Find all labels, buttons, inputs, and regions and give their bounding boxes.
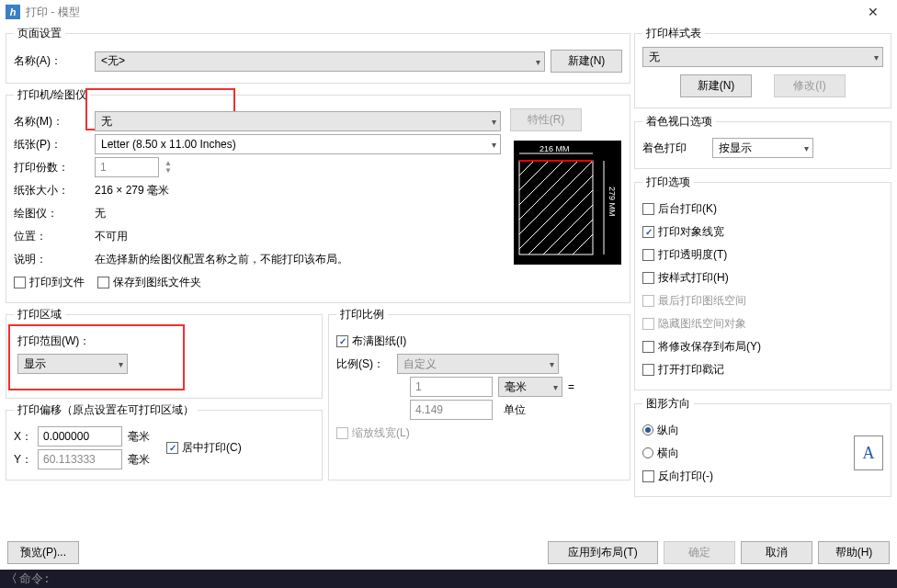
shaded-viewport-legend: 着色视口选项 xyxy=(642,114,716,130)
copies-label: 打印份数： xyxy=(14,160,89,175)
landscape-radio[interactable]: 横向 xyxy=(642,446,679,461)
equals-label: = xyxy=(568,380,574,393)
reverse-checkbox[interactable]: 反向打印(-) xyxy=(642,469,713,484)
desc-value: 在选择新的绘图仪配置名称之前，不能打印该布局。 xyxy=(95,252,501,267)
print-options-group: 打印选项 后台打印(K)打印对象线宽打印透明度(T)按样式打印(H)最后打印图纸… xyxy=(634,175,891,390)
reverse-label: 反向打印(-) xyxy=(658,469,713,484)
x-unit: 毫米 xyxy=(128,429,150,445)
print-option-checkbox[interactable]: 按样式打印(H) xyxy=(642,270,729,286)
command-prompt: 命令: xyxy=(19,571,51,587)
page-name-select[interactable]: <无> ▾ xyxy=(95,51,545,72)
title-bar: h 打印 - 模型 ✕ xyxy=(0,0,897,24)
page-new-button[interactable]: 新建(N) xyxy=(551,50,622,73)
page-name-label: 名称(A)： xyxy=(14,53,89,69)
help-button[interactable]: 帮助(H) xyxy=(818,541,890,564)
shade-plot-label: 着色打印 xyxy=(642,141,707,156)
checkbox-icon xyxy=(642,470,654,482)
style-modify-button[interactable]: 修改(I) xyxy=(774,74,846,97)
fit-paper-checkbox[interactable]: 布满图纸(I) xyxy=(336,334,406,349)
print-option-label: 后台打印(K) xyxy=(658,201,717,217)
y-input[interactable] xyxy=(38,449,122,469)
paper-select[interactable]: Letter (8.50 x 11.00 Inches) ▾ xyxy=(95,134,501,154)
svg-rect-0 xyxy=(519,161,593,254)
checkbox-icon xyxy=(642,203,654,215)
print-range-value: 显示 xyxy=(24,356,46,372)
print-range-select[interactable]: 显示 ▾ xyxy=(17,354,128,374)
print-option-checkbox[interactable]: 打印透明度(T) xyxy=(642,247,727,263)
shaded-viewport-group: 着色视口选项 着色打印 按显示 ▾ xyxy=(634,114,891,169)
radio-icon xyxy=(642,447,653,458)
print-option-label: 最后打印图纸空间 xyxy=(658,293,746,309)
spinner-icon[interactable]: ▲▼ xyxy=(165,160,172,175)
print-option-label: 将修改保存到布局(Y) xyxy=(658,339,761,355)
center-plot-label: 居中打印(C) xyxy=(182,440,242,456)
properties-button[interactable]: 特性(R) xyxy=(510,108,582,131)
chevron-down-icon: ▾ xyxy=(492,117,496,127)
chevron-down-icon: ▾ xyxy=(536,56,540,66)
print-option-checkbox[interactable]: 打印对象线宽 xyxy=(642,224,724,240)
orientation-group: 图形方向 纵向 横向 反向打印(-) A xyxy=(634,396,891,497)
center-plot-checkbox[interactable]: 居中打印(C) xyxy=(166,440,242,456)
preview-button[interactable]: 预览(P)... xyxy=(7,541,79,564)
print-offset-legend: 打印偏移（原点设置在可打印区域） xyxy=(14,402,198,418)
paper-label: 纸张(P)： xyxy=(14,137,89,153)
print-option-label: 打印透明度(T) xyxy=(658,247,727,263)
print-option-checkbox[interactable]: 将修改保存到布局(Y) xyxy=(642,339,761,355)
cancel-button[interactable]: 取消 xyxy=(741,541,812,564)
chevron-down-icon: ▾ xyxy=(119,359,123,369)
scale-select[interactable]: 自定义 ▾ xyxy=(397,354,559,374)
checkbox-icon xyxy=(336,335,348,347)
where-value: 不可用 xyxy=(95,229,128,244)
page-setup-group: 页面设置 名称(A)： <无> ▾ 新建(N) xyxy=(6,26,630,84)
scale-lineweight-checkbox[interactable]: 缩放线宽(L) xyxy=(336,425,410,441)
close-icon[interactable]: ✕ xyxy=(855,5,891,19)
fit-paper-label: 布满图纸(I) xyxy=(352,334,406,349)
plotter-name-select[interactable]: 无 ▾ xyxy=(95,111,501,131)
scale-den-input[interactable] xyxy=(410,400,493,420)
apply-to-layout-button[interactable]: 应用到布局(T) xyxy=(548,541,658,564)
plotter-dev-value: 无 xyxy=(95,206,106,221)
style-new-button[interactable]: 新建(N) xyxy=(680,74,752,97)
scale-value: 自定义 xyxy=(403,356,437,372)
chevron-down-icon: ▾ xyxy=(492,140,496,150)
paper-size-label: 纸张大小： xyxy=(14,183,89,198)
checkbox-icon xyxy=(642,226,654,238)
print-offset-group: 打印偏移（原点设置在可打印区域） X： 毫米 Y： xyxy=(6,402,323,481)
chevron-down-icon: ▾ xyxy=(553,382,558,392)
save-to-drawing-checkbox[interactable]: 保存到图纸文件夹 xyxy=(97,275,201,290)
print-option-checkbox[interactable]: 打开打印戳记 xyxy=(642,362,724,378)
paper-value: Letter (8.50 x 11.00 Inches) xyxy=(101,138,236,151)
copies-input[interactable] xyxy=(95,157,159,177)
ok-button[interactable]: 确定 xyxy=(664,541,735,564)
checkbox-icon xyxy=(642,364,654,376)
chevron-left-icon: 〈 xyxy=(6,571,17,587)
plot-to-file-checkbox[interactable]: 打印到文件 xyxy=(14,275,85,290)
shade-plot-select[interactable]: 按显示 ▾ xyxy=(712,138,813,158)
command-line[interactable]: 〈 命令: xyxy=(0,570,897,588)
scale-unit-select[interactable]: 毫米 ▾ xyxy=(498,377,562,397)
paper-preview: 216 MM 279 MM xyxy=(514,141,621,265)
print-options-legend: 打印选项 xyxy=(642,175,694,190)
chevron-down-icon: ▾ xyxy=(550,359,554,369)
orientation-icon: A xyxy=(854,435,883,470)
print-option-label: 打开打印戳记 xyxy=(658,362,724,378)
checkbox-icon xyxy=(642,341,654,353)
print-scale-group: 打印比例 布满图纸(I) 比例(S)： 自定义 ▾ xyxy=(328,307,630,481)
print-area-legend: 打印区域 xyxy=(14,307,65,322)
chevron-down-icon: ▾ xyxy=(874,52,879,62)
scale-lineweight-label: 缩放线宽(L) xyxy=(352,425,410,441)
print-option-checkbox[interactable]: 后台打印(K) xyxy=(642,201,717,217)
print-option-label: 打印对象线宽 xyxy=(658,224,724,240)
page-setup-legend: 页面设置 xyxy=(14,26,65,41)
preview-dim-right: 279 MM xyxy=(607,187,617,217)
portrait-radio[interactable]: 纵向 xyxy=(642,423,679,438)
plotter-dev-label: 绘图仪： xyxy=(14,206,89,221)
scale-unit-value: 毫米 xyxy=(505,379,527,395)
print-option-checkbox: 隐藏图纸空间对象 xyxy=(642,316,746,332)
scale-num-input[interactable] xyxy=(410,377,493,397)
plotter-group: 打印机/绘图仪 名称(M)： 无 ▾ 纸张(P)： xyxy=(6,87,630,303)
scale-label: 比例(S)： xyxy=(336,356,392,372)
style-table-select[interactable]: 无 ▾ xyxy=(642,47,883,67)
where-label: 位置： xyxy=(14,229,89,244)
x-input[interactable] xyxy=(38,426,122,447)
